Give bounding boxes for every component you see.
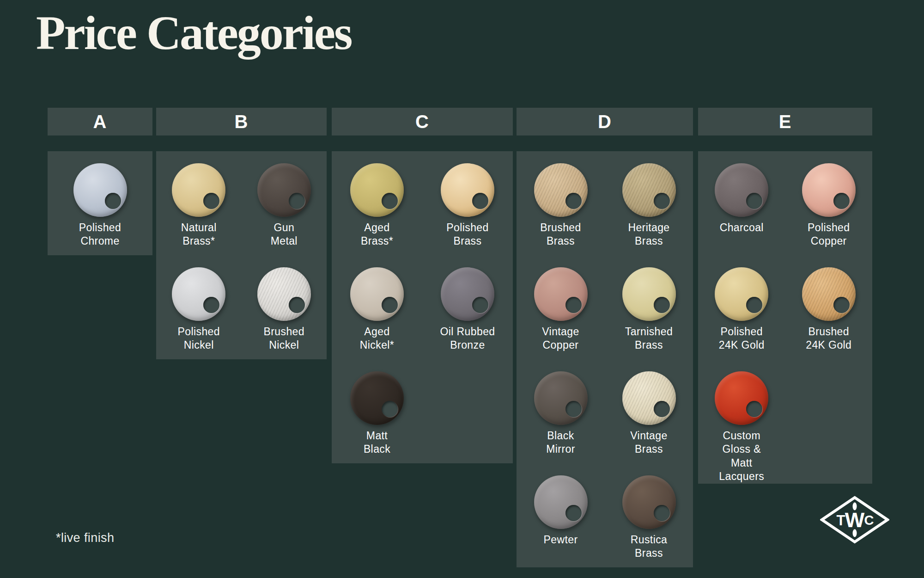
tag-hole — [654, 505, 670, 521]
finish-matt-black: Matt Black — [332, 371, 422, 463]
finish-label-natural-brass: Natural Brass* — [181, 221, 217, 248]
swatch-row: PewterRustica Brass — [517, 463, 693, 567]
column-panel-b: Natural Brass*Gun MetalPolished NickelBr… — [156, 151, 327, 359]
swatch-row: Matt Black — [332, 359, 513, 463]
finish-label-gun-metal: Gun Metal — [271, 221, 298, 248]
finish-brushed-24k-gold: Brushed 24K Gold — [785, 267, 873, 359]
page-title: Price Categories — [36, 6, 352, 59]
tag-hole — [289, 193, 305, 209]
finish-label-vintage-brass: Vintage Brass — [630, 429, 667, 456]
column-letter-a: A — [93, 111, 107, 132]
tarnished-brass-swatch — [622, 267, 676, 321]
natural-brass-swatch — [172, 163, 225, 217]
column-header-a: A — [48, 108, 152, 135]
finish-vintage-copper: Vintage Copper — [517, 267, 605, 359]
finish-natural-brass: Natural Brass* — [156, 163, 242, 255]
finish-polished-copper: Polished Copper — [785, 163, 873, 255]
finish-label-aged-brass: Aged Brass* — [361, 221, 393, 248]
finish-label-vintage-copper: Vintage Copper — [542, 325, 579, 352]
vintage-brass-swatch — [622, 371, 676, 425]
finish-label-brushed-brass: Brushed Brass — [540, 221, 581, 248]
brushed-texture — [802, 267, 856, 321]
finish-brushed-nickel: Brushed Nickel — [242, 267, 327, 359]
finish-oil-rubbed-bronze: Oil Rubbed Bronze — [422, 267, 513, 359]
rustica-brass-swatch — [622, 475, 676, 529]
aged-brass-swatch — [350, 163, 404, 217]
twc-logo: T W C — [820, 496, 889, 544]
tag-hole — [654, 401, 670, 417]
column-letter-e: E — [779, 111, 792, 132]
tag-hole — [105, 193, 121, 209]
price-column-a: APolished Chrome — [48, 108, 152, 255]
tag-hole — [654, 297, 670, 313]
column-letter-c: C — [415, 111, 429, 132]
finish-label-polished-copper: Polished Copper — [808, 221, 850, 248]
finish-vintage-brass: Vintage Brass — [605, 371, 693, 463]
swatch-row: Aged Brass*Polished Brass — [332, 151, 513, 255]
tag-hole — [382, 297, 398, 313]
swatch-row: Polished Chrome — [48, 151, 152, 255]
finish-polished-chrome: Polished Chrome — [48, 163, 152, 255]
finish-label-custom-gloss-matt-lacquers: Custom Gloss & Matt Lacquers — [719, 429, 764, 484]
matt-black-swatch — [350, 371, 404, 425]
brushed-nickel-swatch — [257, 267, 311, 321]
pewter-swatch — [534, 475, 588, 529]
finish-label-polished-nickel: Polished Nickel — [178, 325, 220, 352]
oil-rubbed-bronze-swatch — [441, 267, 494, 321]
logo-letter-w: W — [845, 508, 865, 532]
column-header-d: D — [517, 108, 693, 135]
tag-hole — [746, 297, 762, 313]
swatch-row: Aged Nickel*Oil Rubbed Bronze — [332, 255, 513, 359]
finish-pewter: Pewter — [517, 475, 605, 567]
column-letter-b: B — [235, 111, 249, 132]
charcoal-swatch — [715, 163, 768, 217]
finish-label-polished-chrome: Polished Chrome — [79, 221, 121, 248]
brushed-texture — [534, 163, 588, 217]
column-panel-a: Polished Chrome — [48, 151, 152, 255]
swatch-row: Vintage CopperTarnished Brass — [517, 255, 693, 359]
tag-hole — [833, 193, 850, 209]
column-panel-e: CharcoalPolished CopperPolished 24K Gold… — [698, 151, 872, 484]
finish-label-charcoal: Charcoal — [720, 221, 764, 234]
swatch-row: Custom Gloss & Matt Lacquers — [698, 359, 872, 484]
finish-brushed-brass: Brushed Brass — [517, 163, 605, 255]
brushed-24k-gold-swatch — [802, 267, 856, 321]
polished-nickel-swatch — [172, 267, 225, 321]
column-panel-d: Brushed BrassHeritage BrassVintage Coppe… — [517, 151, 693, 567]
finish-label-rustica-brass: Rustica Brass — [631, 533, 668, 560]
brushed-texture — [257, 267, 311, 321]
swatch-row: Brushed BrassHeritage Brass — [517, 151, 693, 255]
price-column-b: BNatural Brass*Gun MetalPolished NickelB… — [156, 108, 327, 359]
brushed-brass-swatch — [534, 163, 588, 217]
finish-black-mirror: Black Mirror — [517, 371, 605, 463]
finish-label-polished-24k-gold: Polished 24K Gold — [719, 325, 765, 352]
tag-hole — [746, 401, 762, 417]
finish-label-oil-rubbed-bronze: Oil Rubbed Bronze — [440, 325, 495, 352]
tag-hole — [382, 401, 398, 417]
finish-heritage-brass: Heritage Brass — [605, 163, 693, 255]
column-header-c: C — [332, 108, 513, 135]
finish-label-tarnished-brass: Tarnished Brass — [625, 325, 673, 352]
logo-letter-t: T — [837, 512, 845, 529]
heritage-brass-swatch — [622, 163, 676, 217]
polished-chrome-swatch — [73, 163, 127, 217]
aged-nickel-swatch — [350, 267, 404, 321]
swatch-row: Polished 24K GoldBrushed 24K Gold — [698, 255, 872, 359]
tag-hole — [833, 297, 850, 313]
tag-hole — [565, 193, 582, 209]
finish-aged-nickel: Aged Nickel* — [332, 267, 422, 359]
finish-label-brushed-nickel: Brushed Nickel — [264, 325, 304, 352]
tag-hole — [203, 193, 219, 209]
finish-tarnished-brass: Tarnished Brass — [605, 267, 693, 359]
tag-hole — [565, 297, 582, 313]
price-column-e: ECharcoalPolished CopperPolished 24K Gol… — [698, 108, 872, 484]
finish-polished-brass: Polished Brass — [422, 163, 513, 255]
column-header-e: E — [698, 108, 872, 135]
tag-hole — [289, 297, 305, 313]
swatch-row: CharcoalPolished Copper — [698, 151, 872, 255]
finish-label-heritage-brass: Heritage Brass — [628, 221, 669, 248]
live-finish-footnote: *live finish — [56, 531, 114, 545]
vintage-copper-swatch — [534, 267, 588, 321]
finish-label-pewter: Pewter — [544, 533, 578, 547]
swatch-row: Natural Brass*Gun Metal — [156, 151, 327, 255]
